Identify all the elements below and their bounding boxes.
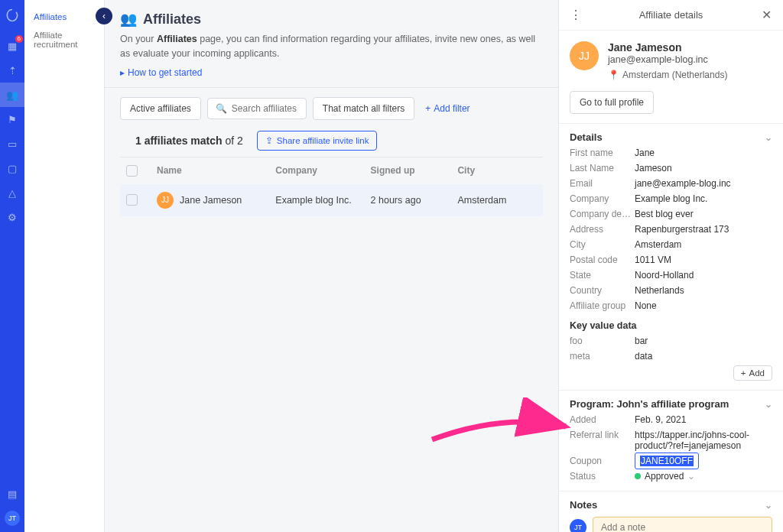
program-heading[interactable]: Program: John's affiliate program ⌄: [570, 398, 772, 410]
chevron-down-icon: ⌄: [687, 471, 695, 482]
filters-row: Active affiliates 🔍 That match all filte…: [105, 88, 558, 120]
panel-close-button[interactable]: ✕: [760, 8, 772, 22]
page-title-text: Affiliates: [143, 11, 201, 28]
rail-flag[interactable]: ⚑: [0, 107, 24, 131]
label-city: City: [570, 239, 635, 250]
select-all-checkbox[interactable]: [126, 165, 138, 177]
label-referral: Referral link: [570, 430, 635, 440]
cell-company: Example blog Inc.: [275, 195, 370, 206]
notes-heading[interactable]: Notes ⌄: [570, 499, 772, 511]
kvd-heading: Key value data: [570, 320, 772, 331]
box-icon: ▢: [8, 163, 17, 174]
kvd-val-1: data: [635, 351, 772, 362]
value-company: Example blog Inc.: [635, 193, 772, 204]
nav-rail: ▦ 6 ⇡ 👥 ⚑ ▭ ▢ △ ⚙ ▤ JT: [0, 0, 24, 532]
details-heading[interactable]: Details ⌄: [570, 131, 772, 143]
how-to-link[interactable]: ▸ How to get started: [120, 67, 202, 78]
label-company-descr: Company descri...: [570, 209, 635, 219]
go-to-full-profile-button[interactable]: Go to full profile: [570, 91, 654, 114]
col-company: Company: [275, 165, 370, 176]
page-description: On your Affiliates page, you can find in…: [120, 32, 543, 61]
subnav-affiliates[interactable]: Affiliates: [24, 8, 104, 26]
label-email: Email: [570, 178, 635, 189]
flag-icon: ⚑: [8, 114, 17, 125]
value-added: Feb. 9, 2021: [635, 414, 772, 425]
cell-city: Amsterdam: [457, 195, 537, 206]
subnav-recruitment[interactable]: Affiliate recruitment: [24, 26, 104, 54]
share-invite-label: Share affiliate invite link: [277, 136, 369, 145]
program-section: Program: John's affiliate program ⌄ Adde…: [559, 390, 783, 491]
rail-analytics[interactable]: ⇡: [0, 58, 24, 83]
kvd-key-0: foo: [570, 336, 635, 346]
row-checkbox[interactable]: [126, 194, 138, 206]
panel-avatar: JJ: [570, 41, 599, 70]
row-avatar: JJ: [157, 192, 174, 209]
share-icon: ⇪: [265, 135, 273, 146]
active-affiliates-filter[interactable]: Active affiliates: [120, 97, 201, 120]
coupon-input[interactable]: JANE10OFF: [635, 453, 699, 469]
rail-dashboard[interactable]: ▦ 6: [0, 34, 24, 58]
page-title: 👥 Affiliates: [120, 11, 543, 28]
value-group: None: [635, 300, 772, 311]
rail-payments[interactable]: ▭: [0, 131, 24, 156]
details-section: Details ⌄ First nameJane Last NameJameso…: [559, 123, 783, 390]
search-icon: 🔍: [216, 103, 227, 114]
label-first-name: First name: [570, 148, 635, 158]
match-all-filter[interactable]: That match all filters: [313, 97, 414, 120]
rail-settings[interactable]: ⚙: [0, 205, 24, 229]
table-row[interactable]: JJ Jane Jameson Example blog Inc. 2 hour…: [120, 184, 543, 216]
grid-icon: ▦: [8, 41, 17, 52]
status-text: Approved: [645, 471, 684, 482]
search-input-wrapper[interactable]: 🔍: [207, 98, 307, 119]
kvd-add-button[interactable]: + Add: [733, 365, 772, 381]
label-company: Company: [570, 193, 635, 204]
archive-icon: ▤: [8, 488, 17, 500]
panel-email: jane@example-blog.inc: [608, 54, 727, 65]
affiliate-details-panel: ⋮ Affiliate details ✕ JJ Jane Jameson ja…: [558, 0, 783, 532]
label-country: Country: [570, 285, 635, 296]
cell-signed-up: 2 hours ago: [371, 195, 458, 206]
rail-affiliates[interactable]: 👥: [0, 83, 24, 107]
chart-icon: ⇡: [8, 65, 17, 76]
status-dropdown[interactable]: Approved ⌄: [635, 471, 695, 482]
page-header: 👥 Affiliates On your Affiliates page, yo…: [105, 0, 558, 88]
value-email: jane@example-blog.inc: [635, 178, 772, 189]
rail-triangle[interactable]: △: [0, 180, 24, 205]
wallet-icon: ▭: [8, 138, 17, 150]
value-city: Amsterdam: [635, 239, 772, 250]
add-filter-button[interactable]: + Add filter: [421, 98, 474, 119]
note-input[interactable]: [593, 517, 772, 532]
notes-section: Notes ⌄ JT JT Great person!: [559, 491, 783, 532]
add-filter-label: Add filter: [434, 103, 469, 114]
rail-box[interactable]: ▢: [0, 156, 24, 180]
play-icon: ▸: [120, 67, 125, 78]
chevron-down-icon: ⌄: [765, 132, 772, 143]
col-city: City: [457, 165, 537, 176]
value-country: Netherlands: [635, 285, 772, 296]
panel-menu-button[interactable]: ⋮: [570, 8, 582, 22]
label-state: State: [570, 270, 635, 281]
label-last-name: Last Name: [570, 163, 635, 174]
note-author-avatar: JT: [570, 519, 586, 532]
chevron-down-icon: ⌄: [765, 399, 772, 410]
panel-location: 📍 Amsterdam (Netherlands): [608, 70, 727, 80]
rail-bottom: ▤ JT: [0, 482, 24, 532]
note-input-row: JT: [570, 517, 772, 532]
collapse-subnav-button[interactable]: ‹: [96, 8, 112, 24]
rail-user-avatar[interactable]: JT: [5, 511, 20, 526]
label-coupon: Coupon: [570, 456, 635, 466]
how-to-label: How to get started: [128, 67, 202, 78]
pin-icon: 📍: [608, 70, 619, 80]
triangle-icon: △: [8, 187, 16, 199]
coupon-input-wrapper[interactable]: JANE10OFF: [635, 456, 772, 466]
col-signed-up: Signed up: [371, 165, 458, 176]
value-state: Noord-Holland: [635, 270, 772, 281]
results-count: 1 affiliates match of 2: [135, 135, 243, 147]
rail-archive[interactable]: ▤: [0, 482, 24, 506]
results-bar: 1 affiliates match of 2 ⇪ Share affiliat…: [120, 120, 543, 157]
label-address: Address: [570, 224, 635, 235]
search-input[interactable]: [232, 103, 298, 114]
chevron-left-icon: ‹: [102, 11, 106, 21]
share-invite-button[interactable]: ⇪ Share affiliate invite link: [257, 131, 378, 151]
panel-identity: JJ Jane Jameson jane@example-blog.inc 📍 …: [559, 31, 783, 91]
